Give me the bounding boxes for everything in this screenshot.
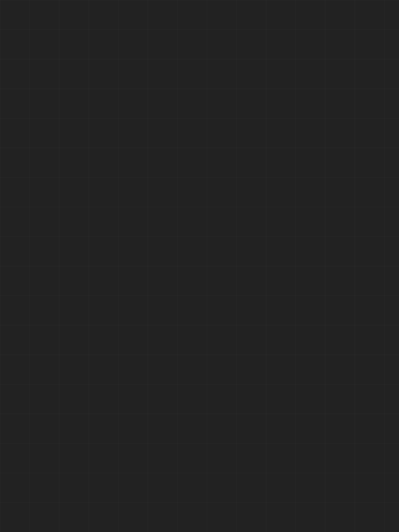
comfyui-node-graph-canvas[interactable] — [0, 0, 399, 532]
nodes-layer — [0, 0, 399, 532]
